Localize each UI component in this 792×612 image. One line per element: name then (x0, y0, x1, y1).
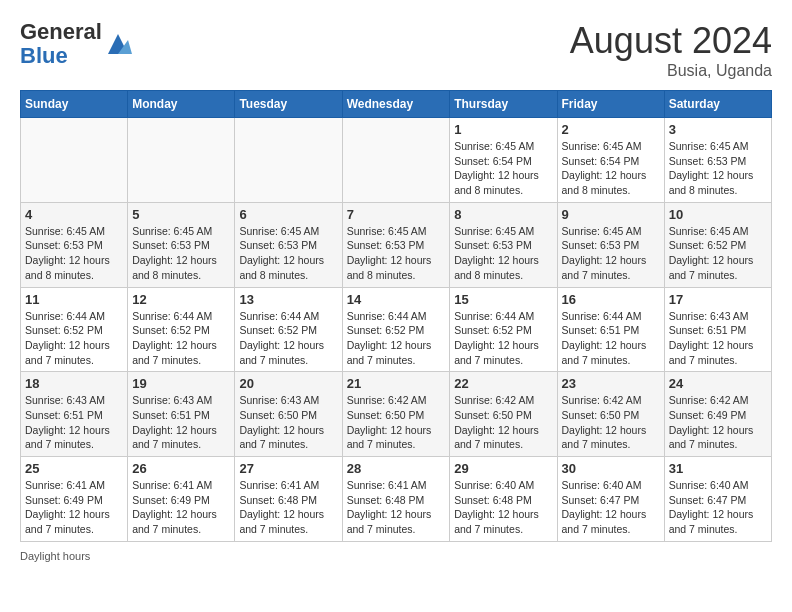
day-number: 16 (562, 292, 660, 307)
calendar-cell: 25Sunrise: 6:41 AM Sunset: 6:49 PM Dayli… (21, 457, 128, 542)
day-info: Sunrise: 6:45 AM Sunset: 6:54 PM Dayligh… (454, 139, 552, 198)
logo-container: General Blue (20, 20, 132, 68)
day-info: Sunrise: 6:44 AM Sunset: 6:52 PM Dayligh… (25, 309, 123, 368)
day-info: Sunrise: 6:40 AM Sunset: 6:47 PM Dayligh… (562, 478, 660, 537)
day-number: 10 (669, 207, 767, 222)
day-number: 13 (239, 292, 337, 307)
day-info: Sunrise: 6:45 AM Sunset: 6:52 PM Dayligh… (669, 224, 767, 283)
day-number: 18 (25, 376, 123, 391)
day-info: Sunrise: 6:42 AM Sunset: 6:50 PM Dayligh… (347, 393, 446, 452)
day-info: Sunrise: 6:44 AM Sunset: 6:51 PM Dayligh… (562, 309, 660, 368)
day-number: 11 (25, 292, 123, 307)
day-number: 22 (454, 376, 552, 391)
day-info: Sunrise: 6:40 AM Sunset: 6:47 PM Dayligh… (669, 478, 767, 537)
logo-blue: Blue (20, 43, 68, 68)
calendar-cell: 10Sunrise: 6:45 AM Sunset: 6:52 PM Dayli… (664, 202, 771, 287)
calendar-cell (21, 118, 128, 203)
day-number: 7 (347, 207, 446, 222)
calendar-cell: 30Sunrise: 6:40 AM Sunset: 6:47 PM Dayli… (557, 457, 664, 542)
day-info: Sunrise: 6:45 AM Sunset: 6:53 PM Dayligh… (239, 224, 337, 283)
day-info: Sunrise: 6:45 AM Sunset: 6:54 PM Dayligh… (562, 139, 660, 198)
calendar-cell: 28Sunrise: 6:41 AM Sunset: 6:48 PM Dayli… (342, 457, 450, 542)
day-number: 15 (454, 292, 552, 307)
logo: General Blue (20, 20, 132, 68)
day-number: 21 (347, 376, 446, 391)
day-info: Sunrise: 6:43 AM Sunset: 6:51 PM Dayligh… (132, 393, 230, 452)
calendar-cell: 19Sunrise: 6:43 AM Sunset: 6:51 PM Dayli… (128, 372, 235, 457)
calendar-cell: 24Sunrise: 6:42 AM Sunset: 6:49 PM Dayli… (664, 372, 771, 457)
day-info: Sunrise: 6:40 AM Sunset: 6:48 PM Dayligh… (454, 478, 552, 537)
calendar-cell: 7Sunrise: 6:45 AM Sunset: 6:53 PM Daylig… (342, 202, 450, 287)
calendar-cell: 31Sunrise: 6:40 AM Sunset: 6:47 PM Dayli… (664, 457, 771, 542)
day-info: Sunrise: 6:45 AM Sunset: 6:53 PM Dayligh… (562, 224, 660, 283)
calendar-cell (342, 118, 450, 203)
calendar-header-tuesday: Tuesday (235, 91, 342, 118)
day-info: Sunrise: 6:44 AM Sunset: 6:52 PM Dayligh… (239, 309, 337, 368)
day-info: Sunrise: 6:42 AM Sunset: 6:50 PM Dayligh… (562, 393, 660, 452)
day-info: Sunrise: 6:42 AM Sunset: 6:49 PM Dayligh… (669, 393, 767, 452)
calendar-cell: 26Sunrise: 6:41 AM Sunset: 6:49 PM Dayli… (128, 457, 235, 542)
calendar-cell: 2Sunrise: 6:45 AM Sunset: 6:54 PM Daylig… (557, 118, 664, 203)
calendar-cell: 5Sunrise: 6:45 AM Sunset: 6:53 PM Daylig… (128, 202, 235, 287)
calendar-header-wednesday: Wednesday (342, 91, 450, 118)
calendar-cell: 4Sunrise: 6:45 AM Sunset: 6:53 PM Daylig… (21, 202, 128, 287)
day-number: 26 (132, 461, 230, 476)
calendar-cell: 6Sunrise: 6:45 AM Sunset: 6:53 PM Daylig… (235, 202, 342, 287)
day-number: 28 (347, 461, 446, 476)
day-info: Sunrise: 6:41 AM Sunset: 6:49 PM Dayligh… (132, 478, 230, 537)
day-info: Sunrise: 6:43 AM Sunset: 6:50 PM Dayligh… (239, 393, 337, 452)
day-info: Sunrise: 6:43 AM Sunset: 6:51 PM Dayligh… (25, 393, 123, 452)
calendar-header-saturday: Saturday (664, 91, 771, 118)
day-number: 3 (669, 122, 767, 137)
day-number: 1 (454, 122, 552, 137)
calendar-cell: 16Sunrise: 6:44 AM Sunset: 6:51 PM Dayli… (557, 287, 664, 372)
day-number: 20 (239, 376, 337, 391)
day-info: Sunrise: 6:43 AM Sunset: 6:51 PM Dayligh… (669, 309, 767, 368)
day-info: Sunrise: 6:44 AM Sunset: 6:52 PM Dayligh… (454, 309, 552, 368)
day-number: 17 (669, 292, 767, 307)
day-info: Sunrise: 6:41 AM Sunset: 6:49 PM Dayligh… (25, 478, 123, 537)
day-info: Sunrise: 6:44 AM Sunset: 6:52 PM Dayligh… (132, 309, 230, 368)
calendar-week-row: 1Sunrise: 6:45 AM Sunset: 6:54 PM Daylig… (21, 118, 772, 203)
day-number: 9 (562, 207, 660, 222)
day-info: Sunrise: 6:42 AM Sunset: 6:50 PM Dayligh… (454, 393, 552, 452)
calendar-cell (128, 118, 235, 203)
calendar-header-thursday: Thursday (450, 91, 557, 118)
day-number: 6 (239, 207, 337, 222)
day-number: 5 (132, 207, 230, 222)
logo-general: General (20, 19, 102, 44)
calendar-cell: 9Sunrise: 6:45 AM Sunset: 6:53 PM Daylig… (557, 202, 664, 287)
day-number: 29 (454, 461, 552, 476)
calendar-cell: 14Sunrise: 6:44 AM Sunset: 6:52 PM Dayli… (342, 287, 450, 372)
calendar-header-sunday: Sunday (21, 91, 128, 118)
calendar-cell: 15Sunrise: 6:44 AM Sunset: 6:52 PM Dayli… (450, 287, 557, 372)
day-info: Sunrise: 6:45 AM Sunset: 6:53 PM Dayligh… (25, 224, 123, 283)
day-info: Sunrise: 6:44 AM Sunset: 6:52 PM Dayligh… (347, 309, 446, 368)
day-number: 19 (132, 376, 230, 391)
calendar-cell: 22Sunrise: 6:42 AM Sunset: 6:50 PM Dayli… (450, 372, 557, 457)
calendar-week-row: 18Sunrise: 6:43 AM Sunset: 6:51 PM Dayli… (21, 372, 772, 457)
calendar-cell: 13Sunrise: 6:44 AM Sunset: 6:52 PM Dayli… (235, 287, 342, 372)
title-block: August 2024 Busia, Uganda (570, 20, 772, 80)
location-subtitle: Busia, Uganda (570, 62, 772, 80)
logo-text: General Blue (20, 20, 102, 68)
calendar-cell: 29Sunrise: 6:40 AM Sunset: 6:48 PM Dayli… (450, 457, 557, 542)
day-number: 8 (454, 207, 552, 222)
footer: Daylight hours (20, 550, 772, 562)
calendar-cell: 18Sunrise: 6:43 AM Sunset: 6:51 PM Dayli… (21, 372, 128, 457)
calendar-cell: 11Sunrise: 6:44 AM Sunset: 6:52 PM Dayli… (21, 287, 128, 372)
calendar-header-monday: Monday (128, 91, 235, 118)
calendar-week-row: 25Sunrise: 6:41 AM Sunset: 6:49 PM Dayli… (21, 457, 772, 542)
calendar-cell: 20Sunrise: 6:43 AM Sunset: 6:50 PM Dayli… (235, 372, 342, 457)
calendar-cell: 3Sunrise: 6:45 AM Sunset: 6:53 PM Daylig… (664, 118, 771, 203)
day-number: 25 (25, 461, 123, 476)
day-number: 4 (25, 207, 123, 222)
calendar-cell: 1Sunrise: 6:45 AM Sunset: 6:54 PM Daylig… (450, 118, 557, 203)
day-info: Sunrise: 6:41 AM Sunset: 6:48 PM Dayligh… (239, 478, 337, 537)
calendar-cell (235, 118, 342, 203)
day-info: Sunrise: 6:45 AM Sunset: 6:53 PM Dayligh… (454, 224, 552, 283)
day-number: 30 (562, 461, 660, 476)
day-number: 12 (132, 292, 230, 307)
day-info: Sunrise: 6:45 AM Sunset: 6:53 PM Dayligh… (669, 139, 767, 198)
calendar-cell: 17Sunrise: 6:43 AM Sunset: 6:51 PM Dayli… (664, 287, 771, 372)
